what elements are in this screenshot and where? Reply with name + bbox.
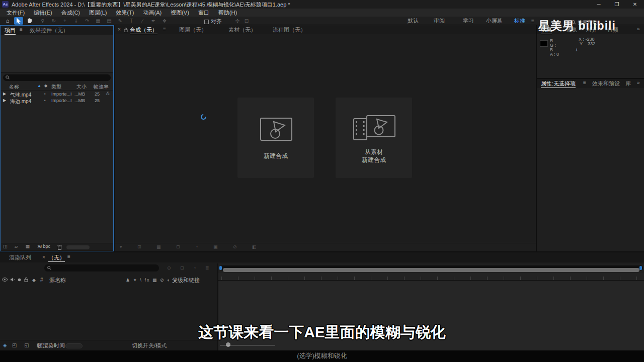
col-size[interactable]: 大小 [76, 83, 87, 90]
scrollbar-start-handle[interactable] [219, 266, 222, 270]
trash-icon[interactable] [57, 245, 62, 250]
align-toggle[interactable]: 对齐 [204, 18, 222, 25]
line-tool-icon[interactable]: ∕ [138, 17, 147, 25]
scrollbar-end-handle[interactable] [639, 266, 642, 270]
timeline-tab-close-icon[interactable]: × [42, 254, 45, 261]
col-name[interactable]: 名称 [9, 83, 19, 90]
timeline-scrollbar[interactable] [219, 265, 643, 270]
col-source-name[interactable]: 源名称 [49, 277, 66, 284]
timeline-toolbar-icons[interactable]: ⊙ ⊡ ◔ ≣ [167, 265, 213, 270]
workspace-default[interactable]: 默认 [408, 17, 419, 25]
timeline-scrollbar-thumb[interactable] [223, 268, 639, 272]
label-column-icon[interactable]: ◆ [32, 278, 36, 283]
number-column-icon[interactable]: # [40, 277, 43, 283]
label-color-icon[interactable]: ▪ [44, 98, 46, 103]
tab-none-active[interactable]: （无） [48, 254, 65, 262]
orbit-tool-icon[interactable]: ↷ [83, 17, 92, 25]
timeline-search-input[interactable] [44, 264, 159, 272]
minimize-button[interactable]: ─ [590, 0, 608, 9]
viewer-tab-close-icon[interactable]: × [118, 26, 121, 33]
rotation-tool-icon[interactable]: ↻ [49, 17, 58, 25]
pen-tool-icon[interactable]: ✒ [149, 17, 158, 25]
viewer-toolbar-icons[interactable]: ▾ ⊞ ▦ ⊡ ◔ ▣ ⊘ ◧ [120, 244, 264, 249]
timeline-panel-menu-icon[interactable]: ≡ [67, 254, 70, 259]
project-progress-bar [66, 245, 90, 249]
puppet-tool-icon[interactable]: ❖ [160, 17, 169, 25]
eye-icon[interactable] [2, 278, 8, 282]
shared-view-icon[interactable]: ✣ [233, 17, 242, 25]
maximize-button[interactable]: ❐ [608, 0, 626, 9]
sort-ascending-icon[interactable]: ▲ [37, 83, 41, 88]
text-tool-icon[interactable]: T [127, 17, 136, 25]
zoom-tool-icon[interactable]: ⚲ [38, 17, 47, 25]
pencil-tool-icon[interactable]: ✎ [116, 17, 125, 25]
toggle-switches-button[interactable]: 切换开关/模式 [132, 342, 167, 349]
tab-flowchart[interactable]: 流程图（无） [273, 26, 306, 33]
workspace-standard[interactable]: 标准 [514, 17, 525, 25]
search-icon [6, 75, 10, 79]
properties-panel-menu-icon[interactable]: ≡ [583, 80, 586, 85]
workspace-review[interactable]: 审阅 [434, 17, 445, 25]
hand-tool-icon[interactable] [25, 17, 34, 25]
workspace-small-screen[interactable]: 小屏幕 [486, 17, 503, 25]
tab-libraries[interactable]: 库 [625, 80, 631, 87]
project-row-seaside[interactable]: ▶ 海边.mp4 ▪ Importe...I ...MB 25 [1, 98, 113, 105]
video-title: (选学)模糊和锐化 [0, 350, 644, 361]
menu-effect[interactable]: 效果(T) [111, 9, 138, 17]
bpc-label[interactable]: 8 bpc [39, 244, 50, 249]
grid-options-icon[interactable]: ⊡ [242, 17, 251, 25]
tab-render-queue[interactable]: 渲染队列 [9, 254, 31, 261]
menu-composition[interactable]: 合成(C) [57, 9, 85, 17]
menu-file[interactable]: 文件(F) [2, 9, 29, 17]
tab-composition[interactable]: 合成（无） [130, 26, 157, 34]
audio-icon[interactable] [10, 277, 15, 282]
col-fps[interactable]: 帧速率 [94, 83, 109, 90]
more-panels-icon[interactable]: » [637, 80, 640, 85]
window-title: Adobe After Effects 2024 - D:\【重要的东西】\星美… [12, 1, 290, 9]
home-icon[interactable]: ⌂ [3, 17, 12, 25]
align-checkbox-icon[interactable] [204, 20, 209, 24]
project-footer-icons[interactable]: ◫ ▱ ▦ ➤ [3, 244, 44, 249]
new-composition-from-footage-button[interactable]: 从素材 新建合成 [336, 98, 412, 178]
workspace-menu-icon[interactable]: ≡ [531, 17, 534, 25]
col-parent-link[interactable]: 父级和链接 [172, 277, 200, 284]
viewer-panel-menu-icon[interactable]: ≡ [163, 26, 166, 32]
menu-view[interactable]: 视图(V) [166, 9, 194, 17]
tab-properties[interactable]: 属性:无选择项 [541, 80, 576, 88]
col-type[interactable]: 类型 [51, 83, 61, 90]
lock-icon[interactable] [124, 28, 128, 32]
file-size: ...MB [74, 92, 85, 97]
tab-effect-controls[interactable]: 效果控件（无） [30, 27, 68, 34]
project-row-balloon[interactable]: ▶ 气球.mp4 ▪ Importe...I ...MB 25 ⁂ [1, 92, 113, 98]
tab-project[interactable]: 项目 [5, 27, 16, 35]
selection-tool-icon[interactable] [14, 17, 23, 25]
mask-tool-icon[interactable]: ▤ [105, 17, 114, 25]
timeline-ruler[interactable] [218, 273, 644, 280]
player-progress-knob[interactable] [226, 342, 230, 347]
menu-window[interactable]: 窗口 [194, 9, 214, 17]
tab-layer[interactable]: 图层（无） [179, 26, 207, 33]
label-color-icon[interactable]: ▪ [44, 92, 46, 96]
file-type: Importe...I [51, 98, 72, 103]
menu-help[interactable]: 帮助(H) [214, 9, 242, 17]
snapshot-icon[interactable]: ◈ [3, 342, 7, 348]
camera-tool-icon[interactable]: ⇣ [71, 17, 80, 25]
menu-edit[interactable]: 编辑(E) [29, 9, 57, 17]
lock-icon[interactable] [24, 277, 28, 282]
project-search-input[interactable] [3, 74, 111, 81]
tab-footage[interactable]: 素材（无） [228, 26, 256, 33]
menu-animation[interactable]: 动画(A) [139, 9, 167, 17]
project-tabbar: 项目 ≡ 效果控件（无） [1, 26, 113, 35]
new-composition-button[interactable]: 新建合成 [237, 98, 314, 178]
project-panel-menu-icon[interactable]: ≡ [20, 27, 23, 32]
workspace-learn[interactable]: 学习 [463, 17, 474, 25]
menu-layer[interactable]: 图层(L) [85, 9, 111, 17]
tab-effects-presets[interactable]: 效果和预设 [592, 80, 620, 87]
pan-behind-tool-icon[interactable]: + [60, 17, 69, 25]
close-button[interactable]: ✕ [626, 0, 644, 9]
col-label-icon[interactable]: ◆ [44, 83, 47, 88]
layer-switch-column-icons[interactable]: ♟ ✦ \ fx ▦ ⊘ ◐ ⊕ [126, 278, 178, 283]
shape-tool-icon[interactable]: ▦ [94, 17, 103, 25]
solo-icon[interactable] [18, 278, 21, 282]
more-panels-icon[interactable]: » [637, 26, 640, 32]
